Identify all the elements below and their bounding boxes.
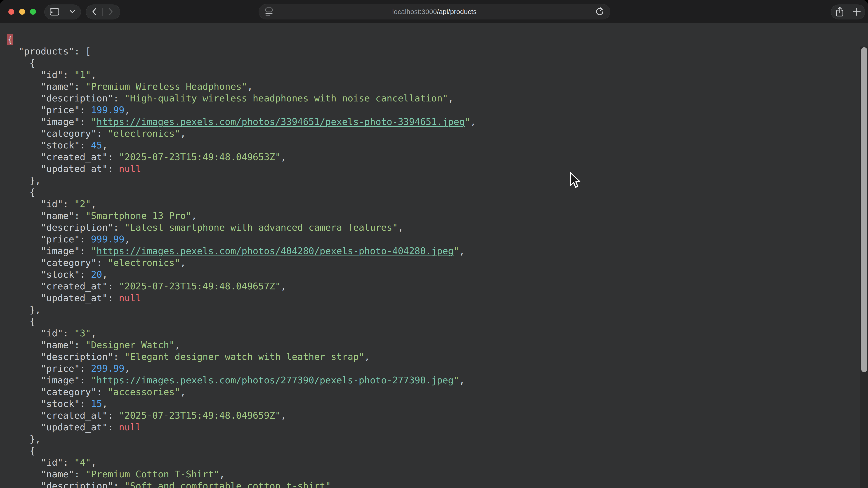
- code-line: "price": 299.99,: [7, 363, 868, 375]
- code-line: "image": "https://images.pexels.com/phot…: [7, 375, 868, 386]
- code-line: "updated_at": null: [7, 421, 868, 433]
- code-line: "description": "High-quality wireless he…: [7, 92, 868, 104]
- navigation-button-group: [86, 4, 120, 20]
- code-line: {: [7, 57, 868, 69]
- close-window-button[interactable]: [8, 9, 14, 15]
- code-line: "category": "electronics",: [7, 257, 868, 269]
- code-line: "id": "1",: [7, 69, 868, 80]
- minimize-window-button[interactable]: [19, 9, 25, 15]
- code-line: "name": "Premium Wireless Headphones",: [7, 80, 868, 92]
- code-line: "created_at": "2025-07-23T15:49:48.04965…: [7, 151, 868, 163]
- back-button[interactable]: [86, 5, 102, 19]
- image-url-link[interactable]: https://images.pexels.com/photos/277390/…: [96, 375, 454, 386]
- code-line: "name": "Premium Cotton T-Shirt",: [7, 468, 868, 480]
- code-line: "updated_at": null: [7, 163, 868, 175]
- toggle-sidebar-button[interactable]: [44, 5, 64, 19]
- chevron-down-icon: [70, 10, 75, 14]
- image-url-link[interactable]: https://images.pexels.com/photos/404280/…: [96, 246, 454, 256]
- browser-window: localhost:3000/api/products: [0, 0, 868, 488]
- url-host: localhost:3000: [392, 8, 437, 15]
- code-line: "products": [: [7, 45, 868, 57]
- code-line: "stock": 15,: [7, 398, 868, 410]
- forward-arrow-icon: [109, 8, 113, 16]
- code-line: "description": "Soft and comfortable cot…: [7, 480, 868, 488]
- code-line: "description": "Latest smartphone with a…: [7, 222, 868, 233]
- screenshot-root: { "window": { "controls": [ {"name": "cl…: [0, 0, 868, 488]
- code-line: "name": "Smartphone 13 Pro",: [7, 210, 868, 222]
- code-line: "id": "4",: [7, 457, 868, 468]
- share-icon: [836, 6, 844, 18]
- code-line: "stock": 45,: [7, 139, 868, 151]
- sidebar-menu-chevron-button[interactable]: [64, 5, 80, 19]
- back-arrow-icon: [92, 8, 96, 16]
- code-line: "price": 999.99,: [7, 233, 868, 245]
- code-line: {: [7, 34, 868, 45]
- code-line: },: [7, 175, 868, 186]
- code-line: {: [7, 445, 868, 457]
- json-response-body: { "products": [ { "id": "1", "name": "Pr…: [0, 23, 868, 488]
- code-line: "description": "Elegant designer watch w…: [7, 351, 868, 363]
- scrollbar-track[interactable]: [860, 46, 868, 488]
- browser-toolbar: localhost:3000/api/products: [0, 0, 868, 23]
- scrollbar-thumb[interactable]: [861, 47, 867, 372]
- code-line: "category": "electronics",: [7, 128, 868, 139]
- code-line: "created_at": "2025-07-23T15:49:48.04965…: [7, 281, 868, 292]
- zoom-window-button[interactable]: [30, 9, 36, 15]
- image-url-link[interactable]: https://images.pexels.com/photos/3394651…: [96, 116, 465, 127]
- address-bar[interactable]: localhost:3000/api/products: [258, 4, 610, 20]
- plus-icon: [852, 8, 861, 17]
- new-tab-button[interactable]: [848, 5, 865, 19]
- code-line: "created_at": "2025-07-23T15:49:48.04965…: [7, 410, 868, 421]
- code-line: "id": "3",: [7, 327, 868, 339]
- code-line: "price": 199.99,: [7, 104, 868, 116]
- page-content: { "products": [ { "id": "1", "name": "Pr…: [0, 23, 868, 488]
- code-line: "image": "https://images.pexels.com/phot…: [7, 116, 868, 128]
- code-line: {: [7, 186, 868, 198]
- code-line: "category": "accessories",: [7, 386, 868, 398]
- code-line: "image": "https://images.pexels.com/phot…: [7, 245, 868, 257]
- code-line: "updated_at": null: [7, 292, 868, 304]
- code-line: "id": "2",: [7, 198, 868, 210]
- code-line: },: [7, 433, 868, 445]
- url-text: localhost:3000/api/products: [259, 8, 610, 15]
- share-button[interactable]: [831, 5, 848, 19]
- forward-button[interactable]: [103, 5, 119, 19]
- share-newtab-group: [831, 4, 865, 20]
- sidebar-button-group: [44, 4, 81, 20]
- code-line: },: [7, 304, 868, 316]
- code-line: "stock": 20,: [7, 269, 868, 281]
- code-line: {: [7, 316, 868, 327]
- code-line: "name": "Designer Watch",: [7, 339, 868, 351]
- sidebar-icon: [50, 8, 59, 16]
- url-path: /api/products: [437, 8, 477, 15]
